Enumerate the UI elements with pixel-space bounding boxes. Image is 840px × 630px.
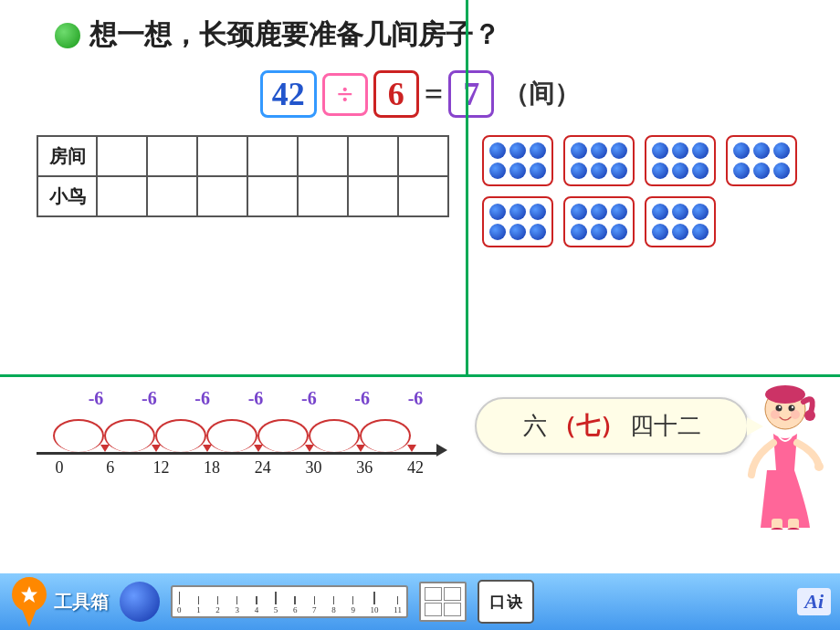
arc-arrow-2 (203, 445, 212, 452)
bird-cell-5 (298, 176, 348, 216)
cloud-bubble: 六 （七） 四十二 (475, 397, 749, 455)
dot (571, 142, 587, 159)
dot (489, 224, 506, 240)
minus-label-3: -6 (233, 388, 278, 409)
number-labels: 06121824303642 (18, 458, 457, 478)
minus-label-2: -6 (180, 388, 226, 409)
arc-arrow-6 (407, 445, 416, 452)
numberline-area: -6-6-6-6-6-6-6 06121824303642 (18, 388, 457, 478)
dot (611, 224, 627, 240)
num-label-5: 30 (291, 458, 337, 478)
dot (530, 224, 546, 240)
eq-unit: （间） (503, 77, 580, 111)
dot (733, 142, 750, 159)
vertical-divider (466, 0, 468, 374)
num-label-3: 18 (189, 458, 235, 478)
grid-cell-3 (425, 603, 442, 616)
oral-button[interactable]: 口 口诀 诀 (478, 580, 534, 624)
dot (611, 163, 627, 179)
grid-button[interactable] (419, 582, 467, 622)
ruler-tick-3: 3 (235, 596, 239, 614)
arc-arrow-3 (254, 445, 263, 452)
number-line-arrow (436, 444, 447, 457)
arc-3 (206, 419, 257, 452)
bird-cell-1 (97, 176, 147, 216)
eq-op: ÷ (322, 73, 368, 116)
dot (773, 163, 790, 179)
number-ruler[interactable]: 01234567891011 (171, 585, 408, 618)
num-label-2: 12 (138, 458, 184, 478)
toolbox-button[interactable]: 工具箱 (9, 577, 109, 627)
dot (733, 163, 750, 179)
arc-arrow-1 (152, 445, 161, 452)
title-area: 想一想，长颈鹿要准备几间房子？ (0, 0, 840, 63)
svg-point-2 (804, 410, 815, 421)
dot (672, 224, 688, 240)
cloud-area: 六 （七） 四十二 (475, 397, 749, 455)
dot-group-4 (482, 196, 553, 247)
arc-5 (309, 419, 360, 452)
dot (530, 204, 546, 220)
dot (591, 163, 607, 179)
dot (571, 163, 587, 179)
oral-text: 诀 (507, 592, 522, 613)
arc-arrow-0 (100, 445, 110, 452)
arc-0 (53, 419, 104, 452)
ruler-tick-4: 4 (255, 596, 259, 614)
main-content: 想一想，长颈鹿要准备几间房子？ 42 ÷ 6 = 7 （间） 房间 小鸟 (0, 0, 840, 575)
arc-4 (257, 419, 309, 452)
star-icon (19, 584, 39, 604)
oral-bracket-open: 口 (489, 592, 505, 613)
svg-point-6 (792, 406, 793, 408)
bird-cell-7 (398, 176, 448, 216)
ruler-tick-0: 0 (177, 592, 182, 614)
eq-num2: 6 (373, 70, 419, 118)
bird-cell-3 (197, 176, 247, 216)
dot (692, 142, 709, 159)
dot (652, 163, 668, 179)
dot (489, 204, 506, 220)
blue-ball-button[interactable] (120, 582, 160, 622)
room-cell-1 (97, 136, 147, 176)
eq-num1: 42 (260, 70, 317, 118)
pin-top (12, 577, 47, 612)
minus-label-5: -6 (340, 388, 385, 409)
dot (692, 224, 709, 240)
ruler-tick-7: 7 (312, 596, 317, 614)
arc-container (37, 411, 438, 455)
dot (489, 163, 506, 179)
eq-equals: = (425, 75, 444, 113)
ruler-tick-6: 6 (293, 596, 298, 614)
dot (591, 204, 607, 220)
table-area: 房间 小鸟 (18, 135, 457, 217)
pin-tip (22, 609, 37, 627)
ruler-tick-9: 9 (351, 596, 355, 614)
num-label-1: 6 (88, 458, 133, 478)
dot (509, 224, 526, 240)
dot (652, 142, 668, 159)
ruler-tick-8: 8 (331, 596, 336, 614)
dot (611, 204, 627, 220)
svg-marker-14 (21, 586, 37, 603)
table-row-birds: 小鸟 (37, 176, 448, 216)
dot-group-0 (482, 135, 553, 186)
dot-group-5 (563, 196, 635, 247)
title-text: 想一想，长颈鹿要准备几间房子？ (89, 16, 500, 54)
minus-labels: -6-6-6-6-6-6-6 (18, 388, 457, 409)
room-cell-4 (247, 136, 298, 176)
dot (692, 204, 709, 220)
ai-label[interactable]: Ai (797, 588, 831, 615)
num-label-6: 36 (341, 458, 387, 478)
grid-cell-2 (444, 587, 461, 601)
bird-cell-4 (247, 176, 298, 216)
arc-2 (155, 419, 206, 452)
svg-point-8 (791, 410, 800, 419)
dots-container (475, 128, 831, 255)
num-label-0: 0 (37, 458, 82, 478)
bird-cell-6 (348, 176, 398, 216)
ruler-tick-10: 10 (371, 592, 379, 614)
room-cell-3 (197, 136, 247, 176)
dot (652, 204, 668, 220)
dot (773, 142, 790, 159)
eq-result: 7 (448, 70, 494, 118)
